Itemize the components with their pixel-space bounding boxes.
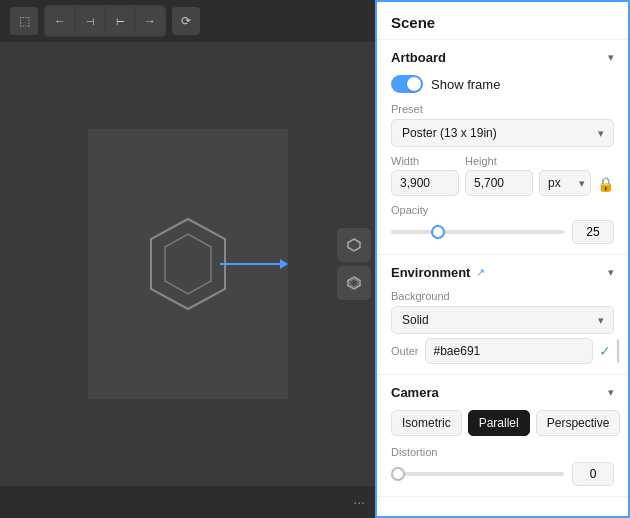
right-panel: Scene Artboard ▾ Show frame Preset Poste… xyxy=(375,0,630,518)
width-label: Width xyxy=(391,155,459,167)
background-field: Background Solid Gradient Image xyxy=(391,290,614,334)
distortion-field: Distortion 0 xyxy=(391,446,614,486)
preset-select[interactable]: Poster (13 x 19in) xyxy=(391,119,614,147)
background-select-wrapper: Solid Gradient Image xyxy=(391,306,614,334)
outer-row: Outer ✓ xyxy=(391,338,614,364)
svg-marker-1 xyxy=(165,234,211,294)
camera-section: Camera ▾ Isometric Parallel Perspective … xyxy=(377,375,628,497)
preset-select-wrapper: Poster (13 x 19in) xyxy=(391,119,614,147)
distortion-label: Distortion xyxy=(391,446,614,458)
camera-section-header[interactable]: Camera ▾ xyxy=(391,385,614,400)
svg-marker-2 xyxy=(348,239,360,251)
preset-field: Preset Poster (13 x 19in) xyxy=(391,103,614,147)
artboard-section: Artboard ▾ Show frame Preset Poster (13 … xyxy=(377,40,628,255)
canvas-area xyxy=(0,42,375,486)
split-left-btn[interactable]: ⊣ xyxy=(76,7,104,35)
svg-marker-4 xyxy=(350,279,358,287)
background-select[interactable]: Solid Gradient Image xyxy=(391,306,614,334)
height-label: Height xyxy=(465,155,533,167)
parallel-btn[interactable]: Parallel xyxy=(468,410,530,436)
camera-chevron-icon: ▾ xyxy=(608,386,614,399)
crop-btn[interactable]: ⬚ xyxy=(10,7,38,35)
distortion-row: 0 xyxy=(391,462,614,486)
left-panel: ⬚ ← ⊣ ⊢ → ⟳ xyxy=(0,0,375,518)
environment-chevron-icon: ▾ xyxy=(608,266,614,279)
artboard-chevron-icon: ▾ xyxy=(608,51,614,64)
layer-icon-btn[interactable] xyxy=(337,266,371,300)
camera-title: Camera xyxy=(391,385,439,400)
outer-label: Outer xyxy=(391,345,419,357)
unit-select-wrapper: px in cm xyxy=(539,170,591,196)
camera-mode-row: Isometric Parallel Perspective xyxy=(391,410,614,436)
refresh-btn[interactable]: ⟳ xyxy=(172,7,200,35)
width-group: Width xyxy=(391,155,459,196)
bottom-bar: ··· xyxy=(0,486,375,518)
back-btn[interactable]: ← xyxy=(46,7,74,35)
opacity-label: Opacity xyxy=(391,204,614,216)
show-frame-row: Show frame xyxy=(391,75,614,93)
perspective-btn[interactable]: Perspective xyxy=(536,410,621,436)
more-options-btn[interactable]: ··· xyxy=(353,494,365,510)
height-input[interactable] xyxy=(465,170,533,196)
environment-section-header[interactable]: Environment ↗ ▾ xyxy=(391,265,614,280)
panel-title: Scene xyxy=(377,2,628,40)
isometric-btn[interactable]: Isometric xyxy=(391,410,462,436)
preset-label: Preset xyxy=(391,103,614,115)
confirm-color-icon[interactable]: ✓ xyxy=(599,343,611,359)
unit-select[interactable]: px in cm xyxy=(539,170,591,196)
distortion-value-input[interactable]: 0 xyxy=(572,462,614,486)
layer-icon xyxy=(346,275,362,291)
right-sidebar-icons xyxy=(333,228,375,300)
environment-title: Environment xyxy=(391,265,470,280)
artboard-title: Artboard xyxy=(391,50,446,65)
width-input[interactable] xyxy=(391,170,459,196)
environment-title-group: Environment ↗ xyxy=(391,265,485,280)
hex-shape xyxy=(143,214,233,314)
outer-hex-input[interactable] xyxy=(425,338,593,364)
lock-icon[interactable]: 🔒 xyxy=(597,176,614,196)
external-link-icon[interactable]: ↗ xyxy=(476,266,485,279)
shape-icon xyxy=(346,237,362,253)
environment-section: Environment ↗ ▾ Background Solid Gradien… xyxy=(377,255,628,375)
opacity-slider-row: 25 xyxy=(391,220,614,244)
distortion-slider[interactable] xyxy=(391,472,564,476)
svg-marker-0 xyxy=(151,219,225,309)
shape-icon-btn[interactable] xyxy=(337,228,371,262)
height-group: Height xyxy=(465,155,533,196)
opacity-row: Opacity 25 xyxy=(391,204,614,244)
arrow-indicator xyxy=(220,259,288,269)
opacity-slider[interactable] xyxy=(391,230,564,234)
outer-color-swatch[interactable] xyxy=(617,339,619,363)
dimensions-row: Width Height px in cm 🔒 xyxy=(391,155,614,196)
toolbar: ⬚ ← ⊣ ⊢ → ⟳ xyxy=(0,0,375,42)
opacity-value-input[interactable]: 25 xyxy=(572,220,614,244)
split-right-btn[interactable]: ⊢ xyxy=(106,7,134,35)
nav-group: ← ⊣ ⊢ → xyxy=(44,5,166,37)
background-label: Background xyxy=(391,290,614,302)
forward-btn[interactable]: → xyxy=(136,7,164,35)
artboard-section-header[interactable]: Artboard ▾ xyxy=(391,50,614,65)
show-frame-toggle[interactable] xyxy=(391,75,423,93)
show-frame-label: Show frame xyxy=(431,77,500,92)
